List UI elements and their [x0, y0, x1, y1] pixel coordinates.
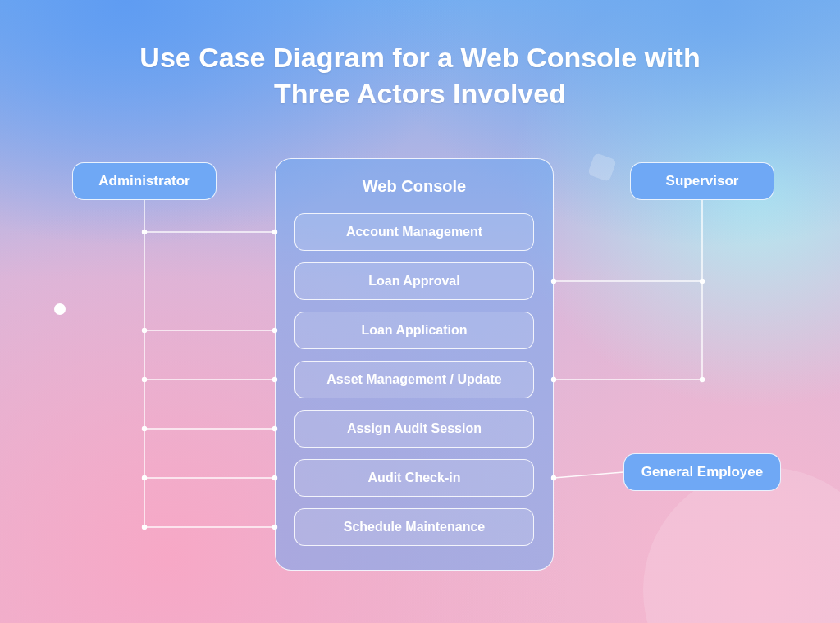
usecase-asset-management: Asset Management / Update — [294, 361, 534, 398]
actor-general-employee-label: General Employee — [641, 464, 763, 480]
title-line-2: Three Actors Involved — [274, 78, 566, 109]
usecase-schedule-maintenance: Schedule Maintenance — [294, 508, 534, 546]
actor-supervisor-label: Supervisor — [666, 173, 739, 189]
system-title: Web Console — [363, 177, 466, 196]
usecase-assign-audit-session: Assign Audit Session — [294, 410, 534, 448]
usecase-audit-check-in: Audit Check-in — [294, 459, 534, 497]
actor-administrator-label: Administrator — [98, 173, 189, 189]
actor-administrator: Administrator — [72, 162, 217, 200]
system-web-console: Web Console Account Management Loan Appr… — [275, 158, 554, 571]
title-line-1: Use Case Diagram for a Web Console with — [139, 42, 700, 73]
decorative-dot — [54, 303, 66, 315]
actor-general-employee: General Employee — [623, 453, 781, 491]
actor-supervisor: Supervisor — [630, 162, 774, 200]
usecase-loan-application: Loan Application — [294, 312, 534, 349]
usecase-account-management: Account Management — [294, 213, 534, 251]
page-title: Use Case Diagram for a Web Console with … — [0, 39, 840, 111]
usecase-loan-approval: Loan Approval — [294, 262, 534, 300]
